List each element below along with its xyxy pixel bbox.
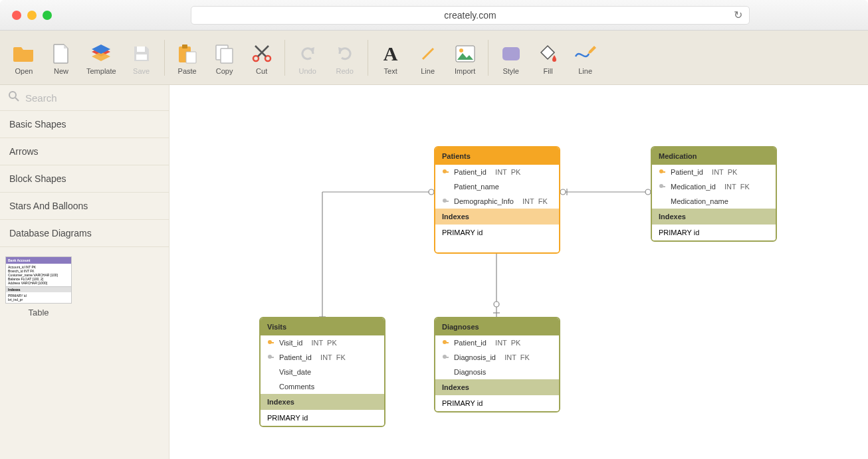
sidebar-item-arrows[interactable]: Arrows [0,138,169,165]
table-row: Comments [261,379,384,394]
svg-point-7 [253,56,259,61]
index-row: PRIMARY id [435,395,559,411]
redo-icon [333,42,357,66]
main-toolbar: Open New Template Save Paste Copy Cut [0,31,868,85]
table-row: Patient_id INT FK [261,350,384,365]
svg-point-25 [494,302,499,307]
indexes-label: Indexes [261,394,384,410]
table-shape-thumb[interactable]: Bank Account Account_id INT PK Branch_id… [5,256,72,304]
svg-rect-40 [445,342,449,343]
maximize-window-button[interactable] [43,11,52,20]
sidebar-item-database-diagrams[interactable]: Database Diagrams [0,220,169,247]
svg-rect-3 [182,45,187,48]
table-row: Patient_id INT PK [435,335,559,350]
svg-rect-30 [445,201,449,202]
svg-line-14 [15,98,19,101]
browser-chrome: creately.com ↻ [0,0,868,31]
import-button[interactable]: Import [447,38,484,78]
copy-button[interactable]: Copy [206,38,243,78]
redo-button[interactable]: Redo [326,38,364,78]
svg-line-9 [423,48,433,59]
line-style-button[interactable]: Line [567,38,604,78]
svg-point-8 [265,56,271,61]
table-row: Diagnosis_id INT FK [435,350,559,365]
text-icon: A [379,42,403,66]
table-row: Patient_id INT PK [652,165,776,179]
table-visits[interactable]: Visits Visit_id INT PK Patient_id INT FK… [259,317,385,427]
index-row: PRIMARY id [261,410,384,426]
address-url: creately.com [444,10,496,21]
table-diagnoses[interactable]: Diagnoses Patient_id INT PK Diagnosis_id… [434,317,560,413]
table-title: Visits [261,318,384,335]
svg-point-13 [9,92,16,98]
sidebar-item-basic-shapes[interactable]: Basic Shapes [0,111,169,138]
search-row [0,85,169,111]
toolbar-separator [488,40,488,76]
scissors-icon [250,42,274,66]
svg-rect-32 [662,171,665,173]
sidebar-item-stars-balloons[interactable]: Stars And Balloons [0,193,169,220]
diagram-canvas[interactable]: Patients Patient_id INT PK Patient_name … [169,85,868,459]
indexes-label: Indexes [435,209,559,225]
new-button[interactable]: New [43,38,80,78]
style-button[interactable]: Style [492,38,530,78]
table-row: Patient_name [435,179,559,194]
text-tool-button[interactable]: A Text [372,38,409,78]
key-icon [442,354,449,361]
pencil-line-icon [574,42,597,66]
image-icon [453,42,477,66]
open-button[interactable]: Open [5,38,43,78]
reload-icon[interactable]: ↻ [734,9,742,21]
key-icon [267,354,274,361]
svg-rect-36 [271,342,274,343]
fill-button[interactable]: Fill [530,38,567,78]
table-row: Medication_id INT FK [652,179,776,194]
toolbar-separator [284,40,285,76]
table-row: Visit_id INT PK [261,335,384,350]
svg-point-20 [560,189,566,195]
toolbar-separator [368,40,368,76]
template-button[interactable]: Template [80,38,123,78]
svg-point-21 [645,189,651,195]
cut-button[interactable]: Cut [243,38,280,78]
search-input[interactable] [25,92,161,104]
svg-rect-38 [271,357,274,358]
minimize-window-button[interactable] [27,11,37,20]
undo-button[interactable]: Undo [289,38,326,78]
paint-bucket-icon [536,42,560,66]
svg-rect-12 [502,47,520,60]
table-patients[interactable]: Patients Patient_id INT PK Patient_name … [434,146,560,254]
shape-label: Table [5,308,72,318]
index-row: PRIMARY id [435,225,559,240]
key-icon [659,169,665,175]
table-medication[interactable]: Medication Patient_id INT PK Medication_… [651,146,777,242]
close-window-button[interactable] [12,11,21,20]
table-row: Patient_id INT PK [435,165,559,179]
save-icon [130,42,154,66]
shape-palette: Bank Account Account_id INT PK Branch_id… [0,247,169,327]
paste-button[interactable]: Paste [169,38,206,78]
address-bar[interactable]: creately.com ↻ [191,6,750,25]
copy-icon [213,42,237,66]
style-icon [499,42,523,66]
save-button[interactable]: Save [123,38,160,78]
paste-icon [175,42,199,66]
toolbar-separator [164,40,165,76]
sidebar-item-block-shapes[interactable]: Block Shapes [0,165,169,193]
svg-rect-42 [445,357,449,358]
table-row: Diagnosis [435,365,559,379]
folder-icon [12,42,36,66]
svg-rect-4 [186,52,196,63]
line-icon [416,42,440,66]
search-icon [8,90,20,105]
indexes-label: Indexes [652,209,776,225]
table-row: Medication_name [652,194,776,209]
svg-point-18 [429,189,434,195]
svg-rect-1 [136,54,147,60]
table-row: Demographic_Info INT FK [435,194,559,209]
line-tool-button[interactable]: Line [409,38,447,78]
table-row: Visit_date [261,365,384,379]
table-title: Patients [435,147,559,165]
key-icon [659,183,665,190]
key-icon [267,339,274,346]
